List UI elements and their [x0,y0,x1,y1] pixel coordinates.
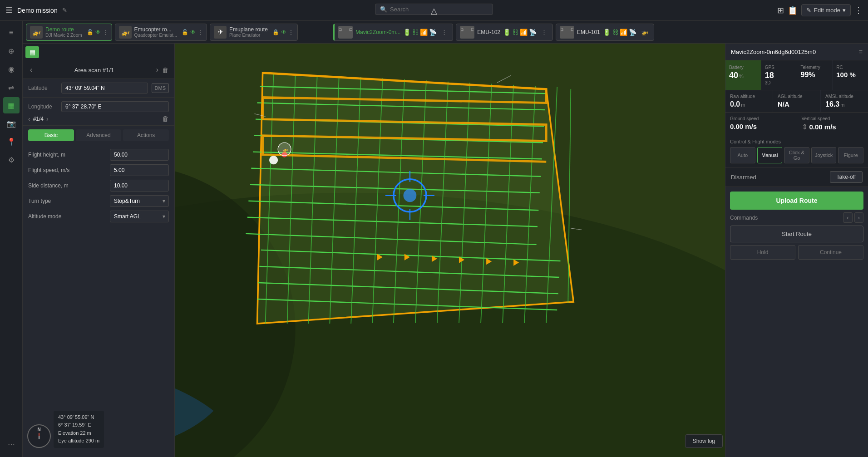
lock-icon-demo[interactable]: 🔓 [87,29,94,35]
longitude-input[interactable] [61,101,169,112]
altitude-mode-select[interactable]: Smart AGL AGL AMSL [110,211,169,222]
drone-avatar-emu101 [560,26,574,39]
prev-waypoint-button[interactable]: ‹ [28,65,34,75]
compass-container: N [27,424,51,448]
svg-rect-5 [462,31,473,34]
svg-marker-18 [257,73,574,324]
speed-ground: Ground speed 0.00 m/s [725,113,797,135]
point-indicator: #1/4 [33,116,44,122]
svg-line-44 [481,84,492,323]
flight-height-input[interactable] [110,149,169,161]
lock-icon-emucopter[interactable]: 🔓 [182,29,188,35]
flight-modes-label: Control & Flight modes [730,139,863,144]
next-waypoint-button[interactable]: › [154,65,160,75]
flight-speed-input[interactable] [110,164,169,176]
route-tab-sub-demo: DJI Mavic 2 Zoom [45,33,82,38]
lock-icon-emuplane[interactable]: 🔒 [272,29,279,35]
prev-point-button[interactable]: ‹ [28,115,30,123]
telem-gps: GPS 18 3D [761,60,797,90]
commands-prev-button[interactable]: ‹ [843,212,852,223]
eye-icon-emuplane[interactable]: 👁 [281,29,286,35]
sidebar-icon-location[interactable]: ◉ [3,61,20,77]
eye-altitude-label: Eye altitude 290 m [58,437,99,445]
sidebar-icon-more[interactable]: ⋯ [3,436,20,452]
panel-tab-icon[interactable]: ▦ [25,46,39,58]
telem-gps-label: GPS [765,65,793,70]
turn-type-label: Turn type [28,198,110,204]
sidebar-icon-grid[interactable]: ▦ [3,97,20,113]
signal-icon-mavic: 📡 [429,29,437,36]
speed-grid: Ground speed 0.00 m/s Vertical speed ⇕ 0… [725,113,868,135]
svg-line-39 [372,78,383,323]
svg-line-36 [308,75,317,324]
delete-point-button[interactable]: 🗑 [162,115,169,123]
altitude-grid: Raw altitude 0.0 m AGL altitude N/A AMSL… [725,90,868,113]
sidebar-icon-settings[interactable]: ⚙ [3,152,20,168]
alt-raw-value: 0.0 [730,100,740,108]
mode-figure[interactable]: Figure [838,147,863,163]
continue-button[interactable]: Continue [798,245,863,260]
more-icon-emu101[interactable]: 🚁 [639,28,650,36]
upload-route-button[interactable]: Upload Route [730,192,863,210]
drone-tab-mavic[interactable]: Mavic2Zoom-0m... 🔋 ⛓ 📶 📡 ⋮ [333,24,453,41]
layers-icon[interactable]: ⊞ [777,5,784,15]
drone-tab-emu102[interactable]: EMU-102 🔋 ⛓ 📶 📡 ⋮ [456,24,553,41]
more-icon-emucopter[interactable]: ⋮ [197,29,203,35]
route-tab-demo[interactable]: 🚁 Demo route DJI Mavic 2 Zoom 🔓 👁 ⋮ [26,24,112,41]
mode-manual[interactable]: Manual [757,147,783,163]
next-point-button[interactable]: › [46,115,49,123]
svg-line-65 [497,75,511,83]
compass-circle: N [27,424,51,448]
chevron-down-icon: ▾ [843,7,846,14]
side-distance-input[interactable] [110,180,169,192]
mode-auto[interactable]: Auto [730,147,755,163]
svg-line-20 [260,87,547,94]
delete-waypoint-icon[interactable]: 🗑 [162,66,169,74]
alt-raw-unit: m [741,102,745,108]
telem-battery-label: Battery [729,65,757,70]
edit-icon[interactable]: ✎ [62,7,67,14]
eye-icon-emucopter[interactable]: 👁 [190,29,196,35]
mode-click-go[interactable]: Click & Go [784,147,809,163]
more-icon-emuplane[interactable]: ⋮ [288,29,294,35]
more-menu-icon[interactable]: ⋮ [854,5,863,15]
menu-icon[interactable]: ☰ [5,5,13,15]
more-icon-emu102[interactable]: ⋮ [539,28,549,36]
sidebar-icon-add[interactable]: ⊕ [3,43,20,59]
alt-amsl-label: AMSL altitude [825,94,863,99]
dms-button[interactable]: DMS [152,83,169,93]
document-icon[interactable]: 📋 [788,5,798,15]
more-icon-mavic[interactable]: ⋮ [439,28,449,36]
route-tab-emucopter[interactable]: 🚁 Emucopter ro... Quadcopter Emulat... 🔓… [115,24,207,41]
telem-gps-value: 18 [765,71,774,80]
eye-icon-demo[interactable]: 👁 [95,29,101,35]
takeoff-button[interactable]: Take-off [830,171,863,183]
tab-actions[interactable]: Actions [123,129,169,141]
sidebar-icon-layers[interactable]: ≡ [3,25,20,41]
drone-tabs: Mavic2Zoom-0m... 🔋 ⛓ 📶 📡 ⋮ EMU-102 🔋 ⛓ 📶… [330,21,868,44]
tab-advanced[interactable]: Advanced [76,129,122,141]
drone-tab-emu101[interactable]: EMU-101 🔋 ⛓ 📶 📡 🚁 [556,24,654,41]
field-altitude-mode: Altitude mode Smart AGL AGL AMSL [28,211,169,222]
mode-joystick[interactable]: Joystick [811,147,837,163]
commands-next-button[interactable]: › [854,212,863,223]
show-log-button[interactable]: Show log [685,434,723,448]
alt-amsl: AMSL altitude 16.3 m [821,90,868,112]
mode-tabs: Basic Advanced Actions [23,126,174,145]
route-tab-emuplane[interactable]: ✈ Emuplane route Plane Emulator 🔒 👁 ⋮ [210,24,298,41]
latitude-input[interactable] [61,83,148,93]
edit-mode-button[interactable]: ✎ Edit mode ▾ [801,4,851,16]
hold-button[interactable]: Hold [730,245,795,260]
tab-basic[interactable]: Basic [28,129,74,141]
edit-mode-label: Edit mode [814,7,840,14]
coordinate-row: Latitude DMS [23,79,174,98]
more-icon-demo[interactable]: ⋮ [103,29,108,35]
sidebar-icon-pin[interactable]: 📍 [3,133,20,150]
turn-type-select[interactable]: Stop&Turn Smooth [110,195,169,207]
sidebar-icon-camera[interactable]: 📷 [3,115,20,132]
list-view-icon[interactable]: ≡ [859,48,863,55]
search-input[interactable] [390,6,488,13]
flight-height-label: Flight height, m [28,152,110,158]
sidebar-icon-route[interactable]: ⇌ [3,79,20,95]
start-route-button[interactable]: Start Route [730,226,863,242]
